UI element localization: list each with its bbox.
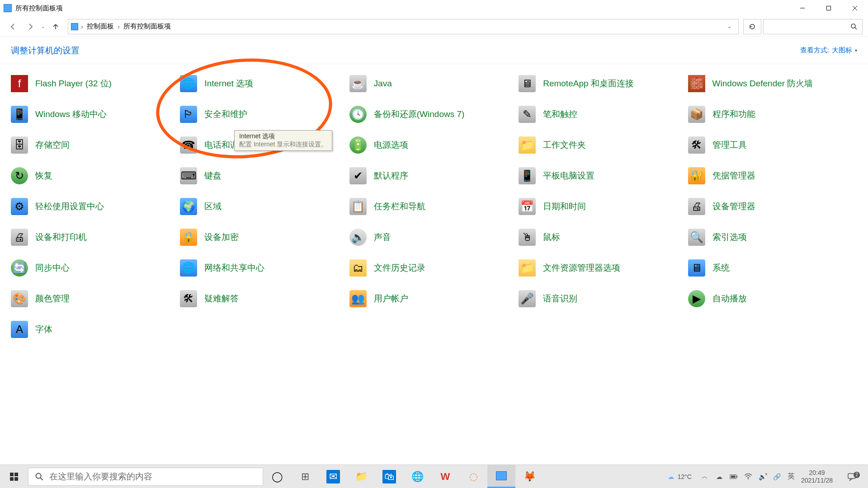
mobility-center-icon: 📱 [11, 106, 28, 123]
onedrive-icon[interactable]: ☁ [715, 473, 723, 481]
svg-rect-14 [731, 475, 736, 478]
cp-item-file-history[interactable]: 🗂文件历史记录 [349, 258, 519, 278]
taskbar-wps[interactable]: W [431, 465, 459, 488]
action-center-button[interactable]: 2 [839, 472, 864, 482]
cp-item-taskbar-navigation[interactable]: 📋任务栏和导航 [349, 196, 519, 217]
svg-line-11 [41, 478, 43, 480]
tray-overflow-button[interactable]: ︿ [701, 473, 709, 481]
cp-item-explorer-options[interactable]: 📁文件资源管理器选项 [519, 258, 688, 278]
cp-item-label: 语音识别 [543, 294, 577, 304]
cp-item-sound[interactable]: 🔈声音 [349, 227, 519, 248]
pen-touch-icon: ✎ [519, 106, 536, 123]
mail-icon: ✉ [326, 470, 340, 483]
taskbar-search[interactable]: 在这里输入你要搜索的内容 [28, 468, 263, 486]
cp-item-backup-restore[interactable]: 🕓备份和还原(Windows 7) [349, 104, 519, 125]
cp-item-java[interactable]: ☕Java [349, 73, 519, 94]
storage-spaces-icon: 🗄 [11, 136, 28, 154]
cp-item-label: 颜色管理 [35, 294, 70, 304]
cp-item-label: 日期和时间 [543, 202, 586, 212]
network-sharing-icon: 🌐 [180, 259, 197, 277]
address-bar[interactable]: › 控制面板 › 所有控制面板项 ⌄ [68, 19, 739, 34]
taskbar-mail[interactable]: ✉ [319, 465, 347, 488]
cp-item-label: 用户帐户 [374, 294, 408, 304]
cp-item-autoplay[interactable]: ▶自动播放 [688, 288, 857, 309]
refresh-button[interactable] [743, 19, 761, 34]
region-icon: 🌍 [180, 198, 197, 215]
taskbar-file-explorer[interactable]: 📁 [347, 465, 375, 488]
taskbar-control-panel[interactable] [487, 465, 515, 488]
phone-modem-icon: ☎ [180, 136, 197, 154]
cp-item-tablet-pc[interactable]: 📱平板电脑设置 [519, 165, 688, 186]
taskbar-firefox[interactable]: 🦊 [515, 465, 543, 488]
cp-item-security-maintenance[interactable]: 🏳安全和维护 [180, 104, 349, 125]
device-encryption-icon: 🔒 [180, 229, 197, 246]
svg-rect-13 [736, 476, 737, 478]
cp-item-color-management[interactable]: 🎨颜色管理 [11, 288, 180, 309]
taskbar-app-orange[interactable]: ◌ [459, 465, 487, 488]
taskbar-edge[interactable]: 🌐 [403, 465, 431, 488]
cp-item-label: Internet 选项 [204, 79, 253, 89]
cp-item-label: Windows Defender 防火墙 [712, 79, 813, 89]
cp-item-user-accounts[interactable]: 👥用户帐户 [349, 288, 519, 309]
minimize-button[interactable] [789, 0, 816, 16]
cp-item-date-time[interactable]: 📅日期和时间 [519, 196, 688, 217]
clock[interactable]: 20:49 2021/11/28 [801, 469, 833, 483]
cp-item-programs-features[interactable]: 📦程序和功能 [688, 104, 857, 125]
cp-item-storage-spaces[interactable]: 🗄存储空间 [11, 135, 180, 155]
cp-item-label: 备份和还原(Windows 7) [374, 109, 465, 120]
cp-item-windows-defender-firewall[interactable]: 🧱Windows Defender 防火墙 [688, 73, 857, 94]
breadcrumb-segment[interactable]: 控制面板 [86, 21, 115, 32]
cp-item-system[interactable]: 🖥系统 [688, 258, 857, 278]
cp-item-recovery[interactable]: ↻恢复 [11, 165, 180, 186]
cp-item-internet-options[interactable]: 🌐Internet 选项 [180, 73, 349, 94]
cp-item-flash-player[interactable]: fFlash Player (32 位) [11, 73, 180, 94]
cp-item-remoteapp[interactable]: 🖥RemoteApp 和桌面连接 [519, 73, 688, 94]
panel-header: 调整计算机的设置 查看方式: 大图标 ▾ [0, 37, 868, 64]
cp-item-fonts[interactable]: A字体 [11, 319, 180, 340]
cp-item-network-sharing[interactable]: 🌐网络和共享中心 [180, 258, 349, 278]
cp-item-sync-center[interactable]: 🔄同步中心 [11, 258, 180, 278]
cp-item-devices-printers[interactable]: 🖨设备和打印机 [11, 227, 180, 248]
address-history-dropdown[interactable]: ⌄ [723, 19, 736, 34]
cp-item-device-encryption[interactable]: 🔒设备加密 [180, 227, 349, 248]
view-mode-selector[interactable]: 查看方式: 大图标 ▾ [800, 46, 857, 55]
taskbar-store[interactable]: 🛍 [375, 465, 403, 488]
cp-item-region[interactable]: 🌍区域 [180, 196, 349, 217]
maximize-button[interactable] [816, 0, 842, 16]
cp-item-default-programs[interactable]: ✔默认程序 [349, 165, 519, 186]
cp-item-mouse[interactable]: 🖱鼠标 [519, 227, 688, 248]
cp-item-keyboard[interactable]: ⌨键盘 [180, 165, 349, 186]
taskbar-task-view[interactable]: ⊞ [291, 465, 319, 488]
control-panel-icon [4, 4, 12, 12]
default-programs-icon: ✔ [349, 167, 367, 184]
taskbar-cortana[interactable]: ◯ [263, 465, 291, 488]
wifi-icon[interactable] [744, 473, 752, 481]
nav-forward-button[interactable] [23, 19, 38, 34]
cp-item-pen-touch[interactable]: ✎笔和触控 [519, 104, 688, 125]
nav-up-button[interactable] [48, 19, 63, 34]
cp-item-work-folders[interactable]: 📁工作文件夹 [519, 135, 688, 155]
cp-item-speech-recognition[interactable]: 🎤语音识别 [519, 288, 688, 309]
cp-item-indexing-options[interactable]: 🔍索引选项 [688, 227, 857, 248]
tooltip-description: 配置 Internet 显示和连接设置。 [239, 141, 327, 149]
battery-icon[interactable] [730, 473, 738, 481]
bluetooth-or-connect-icon[interactable]: 🔗 [773, 473, 781, 481]
cp-item-credential-manager[interactable]: 🔐凭据管理器 [688, 165, 857, 186]
breadcrumb-segment[interactable]: 所有控制面板项 [123, 21, 172, 32]
cp-item-device-manager[interactable]: 🖨设备管理器 [688, 196, 857, 217]
search-control-panel[interactable] [763, 19, 863, 34]
cp-item-label: 文件历史记录 [374, 263, 425, 273]
cp-item-admin-tools[interactable]: 🛠管理工具 [688, 135, 857, 155]
cp-item-ease-of-access[interactable]: ⚙轻松使用设置中心 [11, 196, 180, 217]
cp-item-mobility-center[interactable]: 📱Windows 移动中心 [11, 104, 180, 125]
clock-date: 2021/11/28 [801, 477, 833, 484]
nav-back-button[interactable] [5, 19, 21, 34]
start-button[interactable] [0, 465, 28, 488]
close-button[interactable] [842, 0, 868, 16]
cp-item-troubleshooting[interactable]: 🛠疑难解答 [180, 288, 349, 309]
ime-indicator[interactable]: 英 [788, 472, 795, 481]
weather-widget[interactable]: ☁ 12°C [668, 473, 692, 480]
nav-recent-dropdown[interactable]: ⌄ [40, 24, 46, 29]
cp-item-power-options[interactable]: 🔋电源选项 [349, 135, 519, 155]
volume-icon[interactable]: 🔈× [759, 473, 767, 481]
